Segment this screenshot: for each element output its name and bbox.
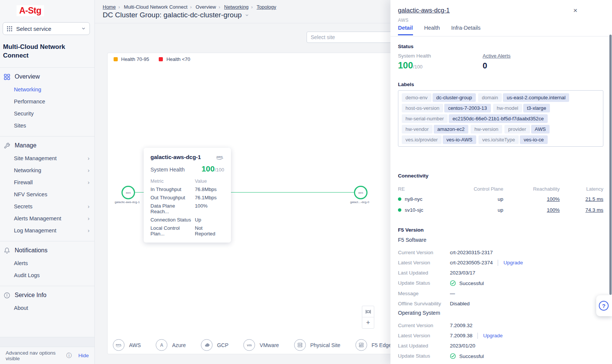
sidebar-item-performance[interactable]: Performance (0, 96, 94, 108)
vmware-icon: vm (243, 339, 255, 351)
aws-logo-icon: aws (358, 191, 363, 194)
sidebar-item-log-management[interactable]: Log Management› (0, 224, 94, 237)
page-title[interactable]: DC Cluster Group: galactic-dc-cluster-gr… (103, 11, 249, 19)
chevron-right-icon: › (88, 155, 90, 161)
site-select-input[interactable]: Select site (307, 32, 401, 43)
reachability-link[interactable]: 100% (547, 196, 560, 202)
breadcrumb-overview: Overview (196, 4, 216, 10)
tooltip-metric-table: MetricValue In Throughput76.8Mbps Out Th… (150, 178, 224, 237)
hide-nav-link[interactable]: Hide (78, 353, 89, 358)
sidebar-item-security[interactable]: Security (0, 108, 94, 120)
sidebar-section-notifications[interactable]: Notifications (0, 241, 94, 257)
tooltip-title: galactic-aws-dcg-1 (150, 154, 201, 160)
section-label: Manage (15, 142, 36, 149)
legend-item-physical-site: Physical Site (294, 339, 340, 351)
sidebar-item-about[interactable]: About (0, 302, 94, 314)
label-pair: providerAWS (504, 125, 550, 133)
latency-link[interactable]: 74.3 ms (585, 207, 603, 213)
status-up-dot-icon (398, 197, 401, 201)
tab-health[interactable]: Health (424, 25, 440, 35)
connectivity-heading: Connectivity (398, 173, 428, 179)
status-up-dot-icon (398, 208, 401, 212)
zoom-in-button[interactable]: + (362, 317, 374, 328)
node-label: galact...-dcg-0 (333, 200, 386, 204)
tab-infra-details[interactable]: Infra-Details (451, 25, 480, 35)
health-legend: Health 70-95 Health <70 (114, 56, 190, 62)
sidebar-item-networking[interactable]: Networking (0, 83, 94, 96)
orange-swatch-icon (114, 57, 118, 61)
topology-node-galact-dcg-0[interactable]: aws (354, 186, 368, 199)
upgrade-link[interactable]: Upgrade (483, 333, 503, 338)
sidebar-item-firewall[interactable]: Firewall› (0, 176, 94, 188)
sidebar-item-alerts-management[interactable]: Alerts Management› (0, 212, 94, 224)
latency-link[interactable]: 21.5 ms (585, 196, 603, 202)
chevron-right-icon: › (249, 5, 255, 10)
fit-to-screen-button[interactable] (362, 306, 374, 317)
panel-title-link[interactable]: galactic-aws-dcg-1 (398, 7, 450, 14)
label-pair: host-os-versioncentos-7-2003-13 (402, 104, 491, 112)
status-heading: Status (398, 44, 413, 49)
question-icon: ? (599, 301, 609, 311)
chevron-right-icon: › (187, 5, 194, 10)
labels-box: demo-envdc-cluster-group domainus-east-2… (398, 90, 603, 147)
separator: │ (497, 260, 500, 265)
breadcrumb-home[interactable]: Home (103, 4, 116, 10)
close-icon[interactable]: × (573, 8, 577, 13)
connectivity-table: RE Control Plane Reachability Latency ny… (398, 184, 603, 215)
sidebar-item-sites[interactable]: Sites (0, 120, 94, 132)
svg-text:aws: aws (115, 343, 121, 346)
legend-item-gcp: GCP (201, 339, 228, 351)
panel-scrollbar[interactable] (609, 35, 612, 295)
gcp-icon (201, 339, 213, 351)
tooltip-health-label: System Health (150, 167, 185, 173)
sidebar-item-site-management[interactable]: Site Management› (0, 152, 94, 164)
chevron-right-icon: › (88, 179, 90, 185)
sidebar-footer: Advanced nav options visible ⓘ Hide (0, 337, 94, 364)
sidebar-item-manage-networking[interactable]: Networking› (0, 164, 94, 176)
breadcrumb-topology[interactable]: Topology (257, 4, 276, 10)
breadcrumb-networking[interactable]: Networking (224, 4, 249, 10)
svg-text:5: 5 (359, 345, 361, 347)
label-pair: hw-version (471, 125, 502, 133)
sidebar-section-manage[interactable]: Manage (0, 136, 94, 152)
service-selector[interactable]: Select service (3, 22, 90, 35)
tab-detail[interactable]: Detail (398, 25, 413, 35)
reachability-link[interactable]: 100% (547, 207, 560, 213)
sidebar-section-service-info[interactable]: Service Info (0, 286, 94, 302)
node-tooltip-card: galactic-aws-dcg-1 aws System Health 100… (144, 148, 231, 243)
panel-provider-label: AWS (398, 18, 409, 23)
sidebar-item-nfv-services[interactable]: NFV Services (0, 188, 94, 200)
sidebar-section-overview[interactable]: Overview (0, 68, 94, 83)
upgrade-link[interactable]: Upgrade (504, 260, 523, 265)
operating-system-details: Current Version7.2009.32 Latest Version … (398, 320, 603, 364)
zoom-controls: + (362, 306, 374, 329)
system-health-value: 100/100 (398, 60, 422, 71)
chevron-right-icon: › (88, 215, 90, 221)
legend-item-aws: aws AWS (113, 339, 141, 351)
sidebar-item-audit-logs[interactable]: Audit Logs (0, 269, 94, 281)
topology-canvas: Health 70-95 Health <70 aws galactic-aws… (107, 53, 399, 354)
topology-node-galactic-aws-dcg-1[interactable]: aws (121, 186, 135, 199)
label-pair: hw-serial-numberec2150dc-66e0-21b1-bf5d-… (402, 114, 548, 123)
f5-edge-site-icon: 5 (355, 339, 367, 351)
check-circle-icon (450, 353, 456, 359)
chevron-right-icon: › (88, 227, 90, 234)
operating-system-heading: Operating System (398, 310, 440, 316)
aws-logo-icon: aws (126, 191, 131, 194)
chevron-right-icon: › (216, 5, 223, 10)
aws-icon: aws (113, 339, 125, 351)
sidebar-item-secrets[interactable]: Secrets› (0, 200, 94, 212)
active-alerts-value: 0 (483, 61, 487, 71)
chevron-right-icon: › (88, 167, 90, 173)
wrench-icon (3, 143, 10, 149)
info-icon (3, 292, 10, 299)
sidebar-item-alerts[interactable]: Alerts (0, 257, 94, 269)
sidebar-footer-band (0, 337, 94, 347)
aws-logo-icon: aws (216, 155, 224, 160)
section-label: Notifications (15, 247, 47, 254)
breadcrumb: Home› Multi-Cloud Network Connect› Overv… (103, 4, 276, 10)
help-button[interactable]: ? (596, 295, 612, 316)
active-alerts-link[interactable]: Active Alerts (483, 53, 510, 59)
red-swatch-icon (159, 57, 163, 61)
section-label: Service Info (15, 292, 46, 299)
